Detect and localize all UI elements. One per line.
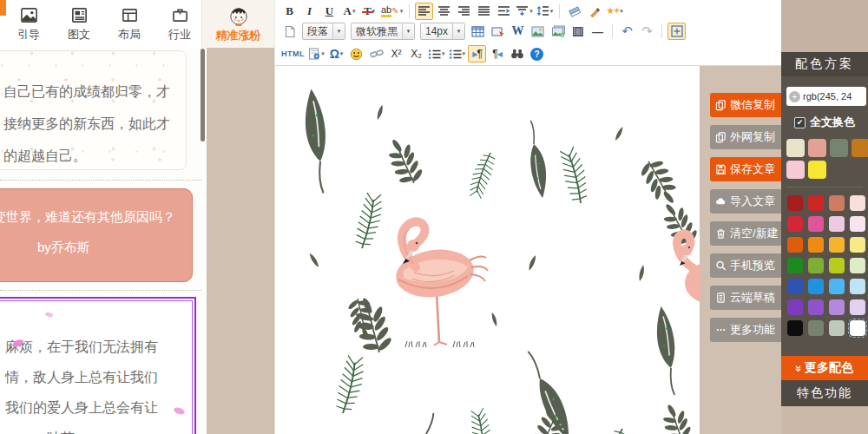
paragraph-format-select[interactable]: 段落 ▾ xyxy=(302,23,345,40)
find-replace-button[interactable] xyxy=(508,45,526,62)
caret-down-icon[interactable]: ▾ xyxy=(620,8,623,15)
underline-button[interactable]: U xyxy=(320,3,339,20)
checkbox-checked-icon[interactable]: ✔ xyxy=(794,117,806,128)
fan-growth-button[interactable]: 精准涨粉 xyxy=(201,0,274,48)
superscript-button[interactable]: X² xyxy=(387,45,405,62)
caret-down-icon[interactable]: ▾ xyxy=(352,8,356,15)
color-swatch[interactable] xyxy=(808,195,824,211)
insert-table-button[interactable] xyxy=(469,23,487,40)
caret-down-icon[interactable]: ▾ xyxy=(452,23,464,39)
line-height-button[interactable]: ▾ xyxy=(536,3,555,20)
color-swatch[interactable] xyxy=(787,279,803,294)
color-swatch[interactable] xyxy=(850,195,865,211)
special-char-button[interactable]: Ω ▾ xyxy=(327,45,345,62)
format-painter-button[interactable] xyxy=(585,3,603,20)
color-swatch[interactable] xyxy=(829,299,845,315)
align-right-button[interactable] xyxy=(455,3,473,20)
full-text-recolor-toggle[interactable]: ✔ 全文换色 xyxy=(781,115,868,130)
color-swatch[interactable] xyxy=(787,195,803,211)
more-functions-button[interactable]: 更多功能 xyxy=(710,318,785,342)
color-swatch[interactable] xyxy=(829,237,845,253)
color-swatch[interactable] xyxy=(829,216,845,232)
color-swatch[interactable] xyxy=(850,279,865,294)
color-swatch[interactable] xyxy=(787,216,803,232)
align-center-button[interactable] xyxy=(435,3,453,20)
color-swatch[interactable] xyxy=(850,237,865,253)
font-family-select[interactable]: 微软雅黑 ▾ xyxy=(351,23,415,40)
nav-item-guide[interactable]: 引导 xyxy=(10,6,47,43)
phone-preview-button[interactable]: 手机预览 xyxy=(710,253,785,278)
color-swatch[interactable] xyxy=(829,279,845,294)
highlight-button[interactable]: ab✎▾ xyxy=(380,3,404,20)
html-source-button[interactable]: HTML xyxy=(280,45,306,62)
caret-down-icon[interactable]: ▾ xyxy=(463,50,466,57)
color-swatch[interactable] xyxy=(787,258,803,273)
import-word-button[interactable]: W xyxy=(509,23,527,40)
remove-format-button[interactable] xyxy=(565,3,583,20)
color-swatch[interactable] xyxy=(829,195,845,211)
save-article-button[interactable]: 保存文章 xyxy=(710,157,785,181)
undo-button[interactable]: ↶ xyxy=(618,23,636,40)
caret-down-icon[interactable]: ▾ xyxy=(340,50,344,57)
caret-down-icon[interactable]: ▾ xyxy=(442,50,445,57)
ordered-list-button[interactable]: ▾ xyxy=(427,45,446,62)
nav-item-industry[interactable]: 行业 xyxy=(161,6,198,43)
screenshot-button[interactable] xyxy=(489,23,507,40)
clear-new-button[interactable]: 清空/新建 xyxy=(710,221,785,246)
color-swatch[interactable] xyxy=(787,320,803,336)
insert-link-button[interactable] xyxy=(367,45,385,62)
template-card-quote-3[interactable]: 麻烦，在于我们无法拥有 情，敌人身上总有让我们 我们的爱人身上总会有让 。——叶… xyxy=(0,297,196,434)
external-copy-button[interactable]: 外网复制 xyxy=(710,125,785,149)
align-left-button[interactable] xyxy=(415,3,433,20)
unordered-list-button[interactable]: ▾ xyxy=(448,45,467,62)
color-swatch[interactable] xyxy=(850,216,865,232)
one-click-beautify-button[interactable]: ★✶ ▾ xyxy=(605,3,624,20)
color-swatch[interactable] xyxy=(808,216,824,232)
template-card-quote-2[interactable]: 变世界，难道还有其他原因吗？ by乔布斯 xyxy=(0,188,193,282)
template-page-button[interactable]: ▾ xyxy=(307,45,326,62)
new-page-button[interactable] xyxy=(280,23,299,40)
color-swatch[interactable] xyxy=(850,258,865,273)
color-swatch[interactable] xyxy=(808,279,824,294)
color-swatch[interactable] xyxy=(852,139,868,157)
sidebar-scrollbar-thumb[interactable] xyxy=(201,49,205,141)
special-features-header[interactable]: 特色功能 xyxy=(781,380,868,406)
redo-button[interactable]: ↷ xyxy=(638,23,656,40)
flamingo-leaves-pattern-image[interactable] xyxy=(275,66,700,434)
strikethrough-button[interactable]: T▾ xyxy=(360,3,378,20)
import-article-button[interactable]: 导入文章 xyxy=(710,189,785,214)
more-color-schemes-button[interactable]: » 更多配色 xyxy=(781,356,868,380)
color-swatch[interactable] xyxy=(786,161,805,179)
insert-image-button[interactable] xyxy=(529,23,547,40)
nav-item-layout[interactable]: 布局 xyxy=(111,6,148,43)
caret-down-icon[interactable]: ▾ xyxy=(529,8,533,15)
wechat-copy-button[interactable]: 微信复制 xyxy=(710,93,785,117)
color-swatch[interactable] xyxy=(830,139,848,157)
font-size-select[interactable]: 14px ▾ xyxy=(420,23,465,40)
font-color-button[interactable]: A▾ xyxy=(340,3,358,20)
color-swatch[interactable] xyxy=(850,299,865,315)
indent-button[interactable] xyxy=(495,3,513,20)
color-swatch[interactable] xyxy=(829,258,845,273)
cloud-draft-button[interactable]: 云端草稿 xyxy=(710,286,785,310)
nav-item-article[interactable]: 图文 xyxy=(61,6,97,43)
color-swatch[interactable] xyxy=(787,237,803,253)
emoji-button[interactable] xyxy=(347,45,365,62)
insert-video-button[interactable] xyxy=(569,23,587,40)
add-color-icon[interactable]: + xyxy=(789,91,800,102)
paragraph-spacing-button[interactable]: ▾ xyxy=(515,3,534,20)
template-card-quote-1[interactable]: 自己已有的成绩都归零，才 接纳更多的新东西，如此才 的超越自己。 xyxy=(0,50,187,170)
caret-down-icon[interactable]: ▾ xyxy=(402,23,414,39)
color-swatch[interactable] xyxy=(808,299,824,315)
insert-template-box-button[interactable] xyxy=(667,23,686,40)
insert-multi-image-button[interactable] xyxy=(549,23,567,40)
caret-down-icon[interactable]: ▾ xyxy=(550,8,554,15)
color-swatch[interactable] xyxy=(850,320,865,336)
color-swatch[interactable] xyxy=(808,161,826,179)
text-direction-ltr-button[interactable]: ▶¶ xyxy=(468,45,486,62)
color-swatch[interactable] xyxy=(808,139,826,157)
align-justify-button[interactable] xyxy=(475,3,493,20)
italic-button[interactable]: I xyxy=(300,3,319,20)
color-swatch[interactable] xyxy=(808,237,824,253)
color-swatch[interactable] xyxy=(786,139,805,157)
